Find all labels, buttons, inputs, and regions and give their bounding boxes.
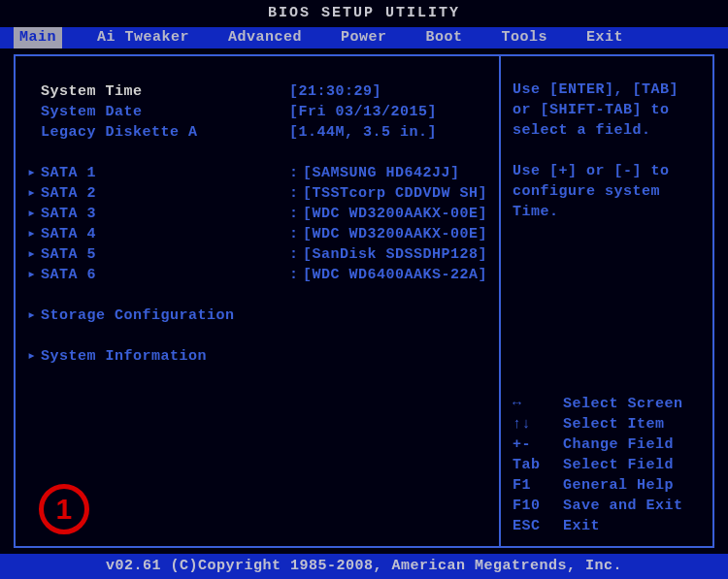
- label: Legacy Diskette A: [41, 122, 198, 143]
- sata-4-row[interactable]: ▸SATA 4 :[WDC WD3200AAKX-00E]: [27, 224, 489, 244]
- tab-tools[interactable]: Tools: [498, 27, 552, 48]
- sata-3-value: [WDC WD3200AAKX-00E]: [303, 206, 487, 222]
- system-time-row[interactable]: System Time [21:30:29]: [27, 81, 489, 102]
- key: Tab: [513, 455, 563, 475]
- label: Storage Configuration: [41, 306, 235, 326]
- system-time-value[interactable]: [21:30:29]: [289, 81, 489, 102]
- key: F10: [513, 496, 563, 516]
- help-pane: Use [ENTER], [TAB] or [SHIFT-TAB] to sel…: [501, 56, 712, 546]
- key-desc: Select Field: [563, 455, 674, 475]
- sata-4-value: [WDC WD3200AAKX-00E]: [303, 226, 487, 242]
- settings-pane: System Time [21:30:29] System Date [Fri …: [16, 56, 499, 546]
- system-information-row[interactable]: ▸System Information: [27, 346, 489, 367]
- tab-ai-tweaker[interactable]: Ai Tweaker: [93, 27, 193, 48]
- sata-6-row[interactable]: ▸SATA 6 :[WDC WD6400AAKS-22A]: [27, 265, 489, 285]
- tab-advanced[interactable]: Advanced: [224, 27, 306, 48]
- submenu-arrow-icon: ▸: [27, 224, 41, 244]
- title-bar: BIOS SETUP UTILITY: [0, 0, 728, 27]
- submenu-arrow-icon: ▸: [27, 163, 41, 183]
- legacy-diskette-row[interactable]: Legacy Diskette A [1.44M, 3.5 in.]: [27, 122, 489, 143]
- tab-exit[interactable]: Exit: [582, 27, 627, 48]
- key: +-: [513, 434, 563, 455]
- sata-3-row[interactable]: ▸SATA 3 :[WDC WD3200AAKX-00E]: [27, 204, 489, 224]
- label: SATA 2: [41, 183, 96, 204]
- sata-5-value: [SanDisk SDSSDHP128]: [303, 246, 487, 263]
- submenu-arrow-icon: ▸: [27, 244, 41, 265]
- label: SATA 1: [41, 163, 96, 183]
- sata-2-value: [TSSTcorp CDDVDW SH]: [303, 185, 487, 202]
- submenu-arrow-icon: ▸: [27, 346, 41, 367]
- key: ↑↓: [513, 414, 563, 434]
- main-area: System Time [21:30:29] System Date [Fri …: [14, 54, 714, 548]
- submenu-arrow-icon: ▸: [27, 204, 41, 224]
- sata-6-value: [WDC WD6400AAKS-22A]: [303, 267, 487, 283]
- help-text: Use [ENTER], [TAB] or [SHIFT-TAB] to sel…: [513, 80, 705, 222]
- label: SATA 3: [41, 204, 96, 224]
- key-desc: Select Item: [563, 414, 665, 434]
- label: System Date: [41, 102, 143, 122]
- tab-boot[interactable]: Boot: [422, 27, 467, 48]
- label: System Information: [41, 346, 207, 367]
- footer: v02.61 (C)Copyright 1985-2008, American …: [0, 554, 728, 579]
- system-date-value[interactable]: [Fri 03/13/2015]: [289, 102, 489, 122]
- key: F1: [513, 475, 563, 496]
- sata-2-row[interactable]: ▸SATA 2 :[TSSTcorp CDDVDW SH]: [27, 183, 489, 204]
- key: ESC: [513, 516, 563, 536]
- key-desc: Exit: [563, 516, 600, 536]
- tab-main[interactable]: Main: [14, 27, 62, 48]
- key-desc: General Help: [563, 475, 674, 496]
- label: SATA 5: [41, 244, 96, 265]
- label: SATA 6: [41, 265, 96, 285]
- legacy-diskette-value[interactable]: [1.44M, 3.5 in.]: [289, 122, 489, 143]
- label: System Time: [41, 81, 143, 102]
- storage-configuration-row[interactable]: ▸Storage Configuration: [27, 306, 489, 326]
- annotation-number: 1: [55, 493, 72, 526]
- tab-bar: Main Ai Tweaker Advanced Power Boot Tool…: [0, 27, 728, 48]
- annotation-circle: 1: [39, 484, 89, 534]
- sata-5-row[interactable]: ▸SATA 5 :[SanDisk SDSSDHP128]: [27, 244, 489, 265]
- key: ↔: [513, 394, 563, 414]
- submenu-arrow-icon: ▸: [27, 306, 41, 326]
- sata-1-row[interactable]: ▸SATA 1 :[SAMSUNG HD642JJ]: [27, 163, 489, 183]
- key-desc: Select Screen: [563, 394, 683, 414]
- key-legend: ↔Select Screen ↑↓Select Item +-Change Fi…: [513, 394, 705, 536]
- submenu-arrow-icon: ▸: [27, 265, 41, 285]
- tab-power[interactable]: Power: [337, 27, 391, 48]
- sata-1-value: [SAMSUNG HD642JJ]: [303, 165, 460, 181]
- label: SATA 4: [41, 224, 96, 244]
- system-date-row[interactable]: System Date [Fri 03/13/2015]: [27, 102, 489, 122]
- submenu-arrow-icon: ▸: [27, 183, 41, 204]
- key-desc: Change Field: [563, 434, 674, 455]
- key-desc: Save and Exit: [563, 496, 683, 516]
